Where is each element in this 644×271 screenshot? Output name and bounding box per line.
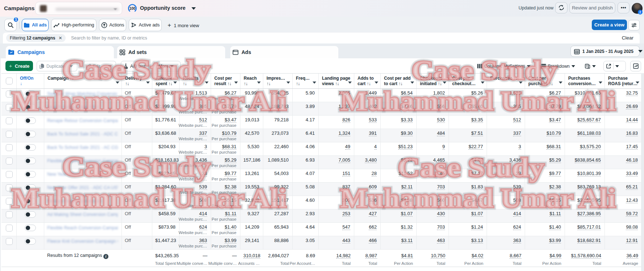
svg-text:100: 100 [129,7,136,11]
